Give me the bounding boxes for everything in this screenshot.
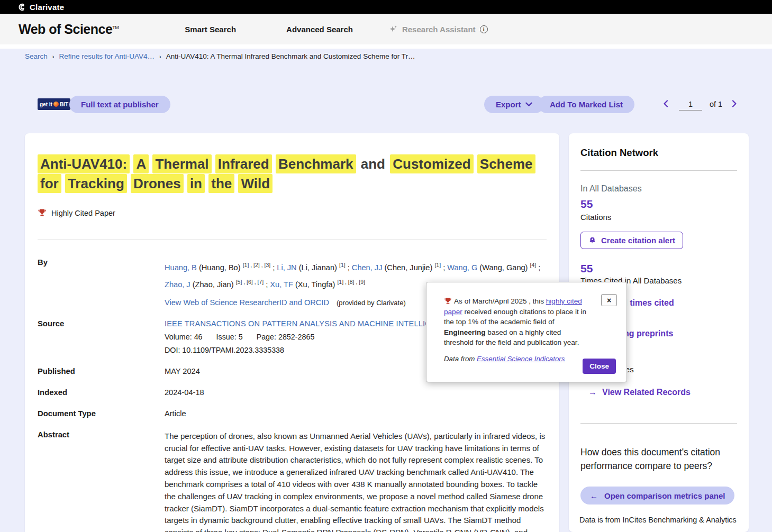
close-icon[interactable]: ×	[601, 294, 617, 306]
citations-label: Citations	[580, 213, 611, 222]
indexed-value: 2024-04-18	[165, 388, 547, 397]
journal-link[interactable]: IEEE TRANSACTIONS ON PATTERN ANALYSIS AN…	[165, 319, 453, 328]
author-link[interactable]: Huang, B	[165, 263, 197, 272]
create-citation-alert-label: Create citation alert	[601, 236, 675, 245]
author-affiliation-superscript[interactable]: [1]	[434, 262, 441, 268]
field-label-indexed: Indexed	[38, 388, 165, 397]
author-link[interactable]: Chen, JJ	[352, 263, 383, 272]
field-abstract: Abstract The perception of drones, also …	[38, 430, 547, 532]
author-link[interactable]: Xu, TF	[270, 280, 293, 289]
citations-count: 55	[580, 198, 593, 210]
create-citation-alert-button[interactable]: Create citation alert	[580, 232, 683, 249]
breadcrumb-refine-results[interactable]: Refine results for Anti-UAV4…	[59, 52, 155, 60]
field-label-by: By	[38, 258, 165, 307]
wos-logo-text: Web of Science	[19, 22, 112, 36]
breadcrumb-current-page: Anti-UAV410: A Thermal Infrared Benchmar…	[166, 52, 415, 60]
page-of-label: of 1	[710, 100, 722, 108]
getit-prefix: get it	[40, 102, 52, 107]
wos-trademark: TM	[112, 24, 119, 30]
field-label-source: Source	[38, 319, 165, 354]
clarivate-mark-icon	[18, 3, 26, 11]
author-affiliation-superscript[interactable]: [4]	[530, 262, 537, 268]
export-button[interactable]: Export	[484, 96, 544, 113]
incites-note: Data is from InCites Benchmarking & Anal…	[579, 516, 737, 524]
add-to-marked-list-button[interactable]: Add To Marked List	[538, 96, 634, 113]
trophy-icon	[38, 208, 47, 217]
citation-scope: In All Databases	[580, 184, 642, 194]
author-link[interactable]: Wang, G	[447, 263, 477, 272]
clarivate-topbar: Clarivate	[0, 0, 772, 14]
popup-text-before: As of March/April 2025 , this	[454, 297, 546, 305]
next-page-icon[interactable]	[730, 99, 739, 109]
getit-logo-icon	[53, 102, 59, 107]
breadcrumb: Search › Refine results for Anti-UAV4… ›…	[25, 52, 415, 60]
citation-network-title: Citation Network	[580, 147, 658, 159]
field-label-abstract: Abstract	[38, 430, 165, 532]
research-assistant-label: Research Assistant	[402, 25, 476, 34]
breadcrumb-separator-icon: ›	[52, 53, 55, 60]
breadcrumb-search[interactable]: Search	[25, 52, 48, 60]
get-it-bit-badge[interactable]: get it BIT	[38, 98, 70, 110]
bell-icon	[588, 236, 596, 245]
abstract-text: The perception of drones, also known as …	[165, 430, 547, 532]
chevron-down-icon	[525, 102, 532, 107]
record-toolbar: get it BIT Full text at publisher Export…	[38, 96, 747, 113]
divider	[580, 423, 737, 424]
sparkle-icon	[389, 25, 398, 34]
page-number-input[interactable]	[679, 98, 702, 111]
doc-type-value: Article	[165, 409, 547, 418]
open-comparison-metrics-button[interactable]: ← Open comparison metrics panel	[580, 487, 734, 505]
author-affiliation-superscript[interactable]: [1]	[339, 262, 346, 268]
export-label: Export	[496, 100, 521, 109]
divider	[38, 240, 547, 240]
breadcrumb-separator-icon: ›	[159, 53, 161, 60]
highly-cited-badge: Highly Cited Paper	[51, 209, 115, 217]
full-text-at-publisher-button[interactable]: Full text at publisher	[69, 96, 170, 113]
app-header: Web of ScienceTM Smart Search Advanced S…	[0, 14, 772, 44]
research-assistant[interactable]: Research Assistant i	[389, 25, 488, 34]
arrow-left-icon: ←	[590, 491, 598, 500]
highly-cited-popup: × As of March/April 2025 , this highly c…	[426, 282, 627, 382]
author-link[interactable]: Zhao, J	[165, 280, 190, 289]
getit-suffix: BIT	[60, 102, 68, 107]
view-related-records-label: View Related Records	[602, 388, 691, 397]
pagination: of 1	[662, 98, 739, 111]
web-of-science-logo[interactable]: Web of ScienceTM	[19, 22, 119, 37]
clarivate-logo[interactable]: Clarivate	[18, 3, 64, 12]
researcherid-orcid-link[interactable]: View Web of Science ResearcherID and ORC…	[165, 298, 329, 307]
volume: Volume: 46	[165, 333, 203, 341]
field-label-doc-type: Document Type	[38, 409, 165, 418]
popup-text-middle: received enough citations to place it in…	[444, 308, 586, 326]
field-doc-type: Document Type Article	[38, 409, 547, 418]
tab-advanced-search[interactable]: Advanced Search	[286, 25, 353, 34]
provided-by-clarivate: (provided by Clarivate)	[337, 299, 406, 307]
author-affiliation-superscript[interactable]: [5] , [6] , [7]	[236, 279, 264, 285]
field-label-published: Published	[38, 367, 165, 375]
tab-smart-search[interactable]: Smart Search	[185, 25, 236, 34]
arrow-right-icon: →	[588, 388, 597, 397]
trophy-icon	[444, 297, 452, 305]
popup-close-button[interactable]: Close	[583, 359, 616, 374]
author-affiliation-superscript[interactable]: [1] , [8] , [9]	[337, 279, 365, 285]
previous-page-icon[interactable]	[662, 99, 671, 109]
popup-text: As of March/April 2025 , this highly cit…	[444, 296, 592, 348]
author-link[interactable]: Li, JN	[277, 263, 296, 272]
author-affiliation-superscript[interactable]: [1] , [2] , [3]	[243, 262, 271, 268]
clarivate-logo-text: Clarivate	[30, 3, 64, 12]
issue: Issue: 5	[216, 333, 243, 341]
essential-science-indicators-link[interactable]: Essential Science Indicators	[477, 355, 565, 363]
highly-cited-row: Highly Cited Paper	[38, 208, 547, 217]
info-icon[interactable]: i	[480, 25, 488, 33]
data-from-label: Data from	[444, 355, 477, 363]
view-related-records-link[interactable]: → View Related Records	[588, 388, 691, 397]
open-comparison-metrics-label: Open comparison metrics panel	[604, 491, 725, 500]
page-range: Page: 2852-2865	[257, 333, 315, 341]
comparison-heading: How does this document's citation perfor…	[580, 445, 722, 473]
times-cited-count: 55	[580, 262, 593, 275]
divider	[580, 170, 737, 171]
paper-title: Anti-UAV410: A Thermal Infrared Benchmar…	[38, 154, 547, 194]
popup-field-name: Engineering	[444, 328, 486, 336]
field-indexed: Indexed 2024-04-18	[38, 388, 547, 397]
